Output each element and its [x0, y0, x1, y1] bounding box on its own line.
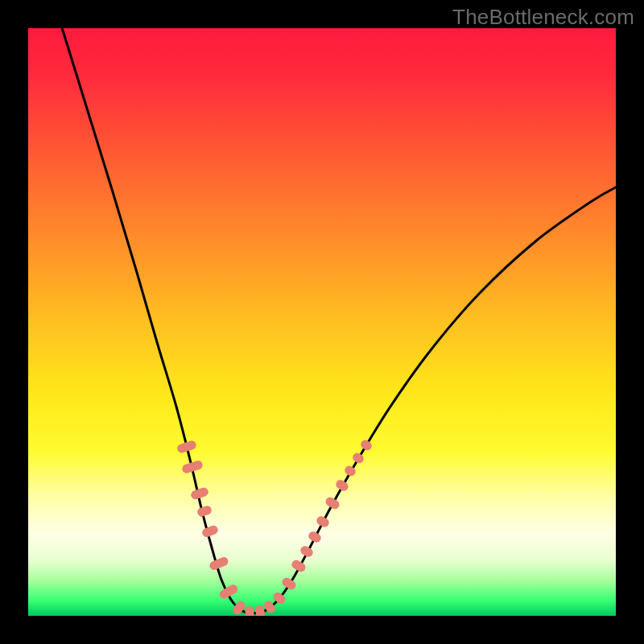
marker-bead	[290, 559, 307, 574]
chart-frame: TheBottleneck.com	[0, 0, 644, 644]
marker-bead	[359, 438, 374, 452]
marker-bead	[280, 576, 297, 592]
marker-bead	[254, 605, 266, 616]
marker-bead	[315, 514, 330, 529]
valley-curve	[60, 28, 616, 613]
watermark-text: TheBottleneck.com	[452, 5, 634, 30]
marker-bead	[351, 452, 365, 465]
marker-bead	[334, 478, 349, 493]
marker-bead	[201, 524, 220, 538]
marker-bead	[299, 544, 314, 559]
marker-bead	[324, 496, 341, 511]
marker-bead	[246, 606, 254, 616]
curve-layer	[28, 28, 616, 616]
marker-bead	[196, 505, 213, 518]
marker-bead	[307, 530, 322, 544]
plot-area	[28, 28, 616, 616]
